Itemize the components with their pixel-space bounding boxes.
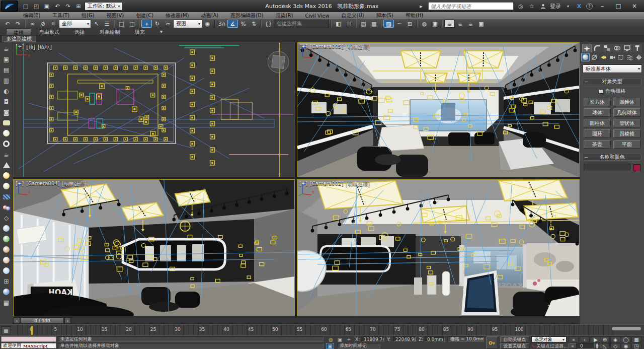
- primitive-button-10[interactable]: 平面: [613, 140, 640, 149]
- primitive-button-4[interactable]: 几何球体: [613, 108, 640, 117]
- blue-sphere-icon[interactable]: [1, 265, 12, 276]
- primitive-button-3[interactable]: 球体: [584, 108, 611, 117]
- open-file-icon[interactable]: ◰: [32, 2, 41, 11]
- space-warps-icon[interactable]: [626, 53, 634, 61]
- undo-icon[interactable]: ↶: [2, 20, 13, 28]
- ribbon-overflow-icon[interactable]: ▾: [153, 28, 170, 35]
- primitive-button-9[interactable]: 茶壶: [584, 140, 611, 149]
- workspace-dropdown[interactable]: 工作区: 默认 ▾: [85, 2, 122, 11]
- star-icon[interactable]: ☆: [528, 2, 536, 10]
- frame-spinner[interactable]: ▲▼: [596, 343, 598, 349]
- maximize-viewport-icon[interactable]: ◳: [631, 343, 641, 349]
- orbit-icon[interactable]: ◯: [621, 336, 631, 342]
- key-mode-toggle-button[interactable]: «: [569, 343, 577, 349]
- go-to-start-button[interactable]: «: [569, 336, 579, 342]
- pan-icon[interactable]: ◇: [610, 343, 620, 349]
- layer-stack-icon[interactable]: ▦: [1, 297, 12, 308]
- ribbon-tab-3[interactable]: 选择: [67, 28, 92, 35]
- coord-z-field[interactable]: 0.0mm: [425, 336, 445, 342]
- khaki-sphere-icon[interactable]: [1, 181, 12, 191]
- unlink-selection-icon[interactable]: ⊘: [38, 20, 48, 28]
- select-and-move-icon[interactable]: ＋: [141, 20, 152, 28]
- render-setup-icon[interactable]: ◍: [419, 20, 430, 28]
- rectangular-region-icon[interactable]: □: [116, 20, 127, 28]
- project-folder-icon[interactable]: ⊞: [74, 2, 83, 11]
- use-pivot-center-icon[interactable]: ◉: [202, 20, 213, 28]
- tab-hierarchy[interactable]: [602, 44, 612, 52]
- tab-utilities[interactable]: [632, 44, 642, 52]
- play-button[interactable]: ▶: [591, 336, 601, 342]
- viewport-camera004[interactable]: KAOH [+] [Camera004] [明暗处理] z: [13, 179, 295, 316]
- tab-create[interactable]: [582, 44, 592, 52]
- maximize-button[interactable]: □: [612, 2, 625, 11]
- render-setup-dialog-icon[interactable]: ▤: [1, 64, 12, 75]
- lock-icon[interactable]: ▣: [336, 336, 344, 342]
- auto-key-button[interactable]: 自动关键点: [500, 336, 529, 342]
- time-slider-handle[interactable]: 0 / 100: [21, 317, 64, 324]
- ribbon-tab-2[interactable]: 自由形式: [32, 28, 66, 35]
- shell-material-icon[interactable]: [1, 255, 12, 265]
- tab-motion[interactable]: [612, 44, 622, 52]
- edit-named-selection-sets-icon[interactable]: {}: [263, 20, 274, 28]
- window-crossing-icon[interactable]: ◫: [127, 20, 137, 28]
- open-mini-curve-editor-button[interactable]: ▦: [1, 326, 11, 334]
- space-warp-icon[interactable]: ◇: [1, 213, 12, 223]
- redo-icon[interactable]: ↷: [13, 20, 23, 28]
- primitive-button-6[interactable]: 管状体: [613, 119, 640, 127]
- select-and-link-icon[interactable]: ∞: [27, 20, 38, 28]
- wireframe-teapot-icon[interactable]: ☕: [1, 149, 12, 160]
- object-color-swatch[interactable]: [633, 164, 640, 171]
- zoom-icon[interactable]: ⊕: [600, 336, 610, 342]
- menu-item-7[interactable]: 动画(A): [195, 12, 225, 19]
- selection-filter-dropdown[interactable]: 全部▾: [59, 20, 91, 28]
- render-teapot-icon[interactable]: ☕: [1, 43, 12, 54]
- object-type-rollout-header[interactable]: − 对象类型: [583, 78, 641, 85]
- select-object-icon[interactable]: ↖: [91, 20, 102, 28]
- material-sphere-icon[interactable]: [1, 128, 12, 138]
- set-key-button[interactable]: 设置关键点: [500, 343, 529, 349]
- menu-item-10[interactable]: Civil View: [299, 13, 335, 19]
- minimize-button[interactable]: –: [596, 2, 609, 11]
- render-production-icon[interactable]: ☕: [444, 20, 455, 28]
- maxscript-mini-listener[interactable]: 欢迎使用 MAXScript: [1, 343, 56, 348]
- primitive-button-7[interactable]: 圆环: [584, 129, 611, 138]
- trackbar-scrollbar[interactable]: [612, 327, 641, 330]
- spinner-snap-icon[interactable]: ⇅: [249, 20, 259, 28]
- menu-item-11[interactable]: 自定义(U): [336, 12, 370, 19]
- field-of-view-icon[interactable]: ◈: [610, 336, 620, 342]
- primitive-category-dropdown[interactable]: 标准基本体 ▾: [583, 64, 642, 73]
- redo-quick-icon[interactable]: ↷: [63, 2, 72, 11]
- ribbon-tab-1[interactable]: 建模: [6, 28, 31, 35]
- user-icon[interactable]: [539, 2, 547, 10]
- viewport-top-wireframe[interactable]: [+] [顶] [线框] x y: [13, 42, 295, 177]
- geometry-icon[interactable]: [581, 53, 590, 61]
- cone-primitive-icon[interactable]: [1, 160, 12, 170]
- snapshot-clone-icon[interactable]: ⊞: [1, 276, 12, 287]
- search-input[interactable]: [428, 2, 514, 10]
- polygon-modeling-panel-tab[interactable]: 多边形建模: [2, 36, 36, 42]
- menu-item-2[interactable]: 工具(T): [46, 12, 75, 19]
- select-and-rotate-icon[interactable]: ↻: [152, 20, 163, 28]
- search-expand-icon[interactable]: ▸: [417, 2, 425, 10]
- autogrid-checkbox-row[interactable]: 自动栅格: [583, 88, 641, 95]
- autodesk-exchange-icon[interactable]: X: [575, 2, 583, 10]
- mirror-icon[interactable]: ◧: [333, 20, 344, 28]
- hair-fur-icon[interactable]: [1, 244, 12, 255]
- angle-snap-icon[interactable]: ∡: [227, 20, 238, 28]
- current-frame-marker[interactable]: [31, 326, 33, 335]
- zoom-region-icon[interactable]: ◺: [600, 343, 610, 349]
- activeshade-icon[interactable]: ☕: [465, 20, 476, 28]
- signin-label[interactable]: 登录: [550, 3, 561, 10]
- video-record-icon[interactable]: ◙: [1, 107, 12, 117]
- max-logo-button[interactable]: [1, 1, 18, 12]
- help-icon[interactable]: ?: [586, 3, 593, 10]
- named-selection-sets-dropdown[interactable]: 创建选择集▾: [274, 20, 329, 28]
- scene-explorer-icon[interactable]: ▨: [383, 20, 394, 28]
- reference-coordinate-dropdown[interactable]: 视图▾: [173, 20, 202, 28]
- key-filters-button[interactable]: 关键点过滤器...: [536, 343, 568, 349]
- trackbar-ruler[interactable]: 0510152025303540455055606570758085909510…: [13, 325, 617, 336]
- shapes-icon[interactable]: [590, 53, 599, 61]
- select-by-name-icon[interactable]: ☰: [102, 20, 112, 28]
- sunlight-icon[interactable]: [1, 170, 12, 181]
- zoom-extents-all-icon[interactable]: ▩: [631, 336, 641, 342]
